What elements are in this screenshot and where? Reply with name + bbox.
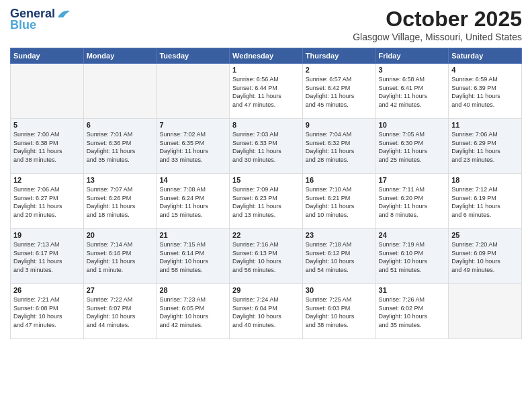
- day-info: Sunrise: 7:09 AM Sunset: 6:23 PM Dayligh…: [232, 185, 300, 219]
- day-info: Sunrise: 7:01 AM Sunset: 6:36 PM Dayligh…: [87, 130, 154, 164]
- day-cell: 13Sunrise: 7:07 AM Sunset: 6:26 PM Dayli…: [83, 174, 157, 229]
- day-cell: 10Sunrise: 7:05 AM Sunset: 6:30 PM Dayli…: [375, 119, 449, 174]
- day-cell: 8Sunrise: 7:03 AM Sunset: 6:33 PM Daylig…: [230, 119, 303, 174]
- day-number: 31: [379, 286, 446, 294]
- day-cell: 20Sunrise: 7:14 AM Sunset: 6:16 PM Dayli…: [83, 229, 157, 284]
- day-cell: 21Sunrise: 7:15 AM Sunset: 6:14 PM Dayli…: [157, 229, 230, 284]
- day-cell: 6Sunrise: 7:01 AM Sunset: 6:36 PM Daylig…: [83, 119, 157, 174]
- day-info: Sunrise: 6:57 AM Sunset: 6:42 PM Dayligh…: [306, 75, 373, 109]
- day-cell: 17Sunrise: 7:11 AM Sunset: 6:20 PM Dayli…: [375, 174, 449, 229]
- day-cell: 27Sunrise: 7:22 AM Sunset: 6:07 PM Dayli…: [83, 284, 157, 339]
- day-info: Sunrise: 7:04 AM Sunset: 6:32 PM Dayligh…: [306, 130, 373, 164]
- day-number: 29: [232, 286, 300, 294]
- calendar: SundayMondayTuesdayWednesdayThursdayFrid…: [10, 48, 522, 339]
- weekday-header-saturday: Saturday: [449, 48, 522, 64]
- day-info: Sunrise: 7:06 AM Sunset: 6:29 PM Dayligh…: [451, 130, 519, 164]
- day-info: Sunrise: 7:26 AM Sunset: 6:02 PM Dayligh…: [379, 295, 446, 329]
- weekday-header-wednesday: Wednesday: [230, 48, 303, 64]
- day-number: 21: [159, 231, 226, 239]
- day-cell: 5Sunrise: 7:00 AM Sunset: 6:38 PM Daylig…: [11, 119, 84, 174]
- day-number: 8: [232, 121, 300, 129]
- day-info: Sunrise: 7:12 AM Sunset: 6:19 PM Dayligh…: [451, 185, 519, 219]
- page: General Blue October 2025 Glasgow Villag…: [0, 0, 532, 411]
- day-number: 28: [159, 286, 226, 294]
- day-info: Sunrise: 6:59 AM Sunset: 6:39 PM Dayligh…: [451, 75, 519, 109]
- weekday-header-thursday: Thursday: [302, 48, 375, 64]
- day-info: Sunrise: 7:06 AM Sunset: 6:27 PM Dayligh…: [13, 185, 81, 219]
- day-cell: 22Sunrise: 7:16 AM Sunset: 6:13 PM Dayli…: [230, 229, 303, 284]
- day-info: Sunrise: 7:23 AM Sunset: 6:05 PM Dayligh…: [159, 295, 226, 329]
- day-number: 24: [379, 231, 446, 239]
- day-number: 27: [87, 286, 154, 294]
- day-number: 6: [87, 121, 154, 129]
- day-cell: 2Sunrise: 6:57 AM Sunset: 6:42 PM Daylig…: [302, 64, 375, 119]
- day-info: Sunrise: 7:22 AM Sunset: 6:07 PM Dayligh…: [87, 295, 154, 329]
- month-title: October 2025: [353, 7, 522, 32]
- day-number: 2: [306, 66, 373, 74]
- day-cell: 7Sunrise: 7:02 AM Sunset: 6:35 PM Daylig…: [157, 119, 230, 174]
- day-number: 12: [13, 176, 81, 184]
- day-info: Sunrise: 7:24 AM Sunset: 6:04 PM Dayligh…: [232, 295, 300, 329]
- weekday-header-row: SundayMondayTuesdayWednesdayThursdayFrid…: [11, 48, 522, 64]
- location: Glasgow Village, Missouri, United States: [353, 32, 522, 42]
- day-cell: 29Sunrise: 7:24 AM Sunset: 6:04 PM Dayli…: [230, 284, 303, 339]
- day-cell: 30Sunrise: 7:25 AM Sunset: 6:03 PM Dayli…: [302, 284, 375, 339]
- day-info: Sunrise: 7:21 AM Sunset: 6:08 PM Dayligh…: [13, 295, 81, 329]
- day-cell: 11Sunrise: 7:06 AM Sunset: 6:29 PM Dayli…: [449, 119, 522, 174]
- day-info: Sunrise: 7:08 AM Sunset: 6:24 PM Dayligh…: [159, 185, 226, 219]
- day-number: 16: [306, 176, 373, 184]
- day-cell: [11, 64, 84, 119]
- day-cell: 16Sunrise: 7:10 AM Sunset: 6:21 PM Dayli…: [302, 174, 375, 229]
- week-row-1: 1Sunrise: 6:56 AM Sunset: 6:44 PM Daylig…: [11, 64, 522, 119]
- day-info: Sunrise: 7:25 AM Sunset: 6:03 PM Dayligh…: [306, 295, 373, 329]
- week-row-3: 12Sunrise: 7:06 AM Sunset: 6:27 PM Dayli…: [11, 174, 522, 229]
- day-number: 10: [379, 121, 446, 129]
- day-cell: 31Sunrise: 7:26 AM Sunset: 6:02 PM Dayli…: [375, 284, 449, 339]
- day-info: Sunrise: 6:58 AM Sunset: 6:41 PM Dayligh…: [379, 75, 446, 109]
- day-info: Sunrise: 6:56 AM Sunset: 6:44 PM Dayligh…: [232, 75, 300, 109]
- day-number: 13: [87, 176, 154, 184]
- day-cell: [83, 64, 157, 119]
- day-number: 3: [379, 66, 446, 74]
- day-cell: 14Sunrise: 7:08 AM Sunset: 6:24 PM Dayli…: [157, 174, 230, 229]
- day-cell: 24Sunrise: 7:19 AM Sunset: 6:10 PM Dayli…: [375, 229, 449, 284]
- day-cell: 1Sunrise: 6:56 AM Sunset: 6:44 PM Daylig…: [230, 64, 303, 119]
- weekday-header-tuesday: Tuesday: [157, 48, 230, 64]
- logo-wing-icon: [56, 8, 71, 19]
- day-cell: 19Sunrise: 7:13 AM Sunset: 6:17 PM Dayli…: [11, 229, 84, 284]
- weekday-header-friday: Friday: [375, 48, 449, 64]
- day-info: Sunrise: 7:03 AM Sunset: 6:33 PM Dayligh…: [232, 130, 300, 164]
- day-number: 9: [306, 121, 373, 129]
- weekday-header-monday: Monday: [83, 48, 157, 64]
- day-cell: 15Sunrise: 7:09 AM Sunset: 6:23 PM Dayli…: [230, 174, 303, 229]
- header: General Blue October 2025 Glasgow Villag…: [10, 7, 522, 42]
- logo: General Blue: [10, 7, 71, 32]
- day-cell: 28Sunrise: 7:23 AM Sunset: 6:05 PM Dayli…: [157, 284, 230, 339]
- day-number: 18: [451, 176, 519, 184]
- day-number: 20: [87, 231, 154, 239]
- weekday-header-sunday: Sunday: [11, 48, 84, 64]
- day-number: 22: [232, 231, 300, 239]
- day-number: 25: [451, 231, 519, 239]
- week-row-2: 5Sunrise: 7:00 AM Sunset: 6:38 PM Daylig…: [11, 119, 522, 174]
- day-cell: 12Sunrise: 7:06 AM Sunset: 6:27 PM Dayli…: [11, 174, 84, 229]
- day-info: Sunrise: 7:18 AM Sunset: 6:12 PM Dayligh…: [306, 240, 373, 274]
- day-info: Sunrise: 7:10 AM Sunset: 6:21 PM Dayligh…: [306, 185, 373, 219]
- day-number: 14: [159, 176, 226, 184]
- day-info: Sunrise: 7:13 AM Sunset: 6:17 PM Dayligh…: [13, 240, 81, 274]
- day-cell: 18Sunrise: 7:12 AM Sunset: 6:19 PM Dayli…: [449, 174, 522, 229]
- day-cell: 26Sunrise: 7:21 AM Sunset: 6:08 PM Dayli…: [11, 284, 84, 339]
- day-number: 19: [13, 231, 81, 239]
- day-number: 1: [232, 66, 300, 74]
- day-number: 4: [451, 66, 519, 74]
- day-number: 26: [13, 286, 81, 294]
- day-number: 11: [451, 121, 519, 129]
- day-cell: [449, 284, 522, 339]
- day-info: Sunrise: 7:05 AM Sunset: 6:30 PM Dayligh…: [379, 130, 446, 164]
- day-info: Sunrise: 7:19 AM Sunset: 6:10 PM Dayligh…: [379, 240, 446, 274]
- week-row-5: 26Sunrise: 7:21 AM Sunset: 6:08 PM Dayli…: [11, 284, 522, 339]
- day-info: Sunrise: 7:14 AM Sunset: 6:16 PM Dayligh…: [87, 240, 154, 274]
- day-cell: 4Sunrise: 6:59 AM Sunset: 6:39 PM Daylig…: [449, 64, 522, 119]
- day-number: 7: [159, 121, 226, 129]
- day-cell: 25Sunrise: 7:20 AM Sunset: 6:09 PM Dayli…: [449, 229, 522, 284]
